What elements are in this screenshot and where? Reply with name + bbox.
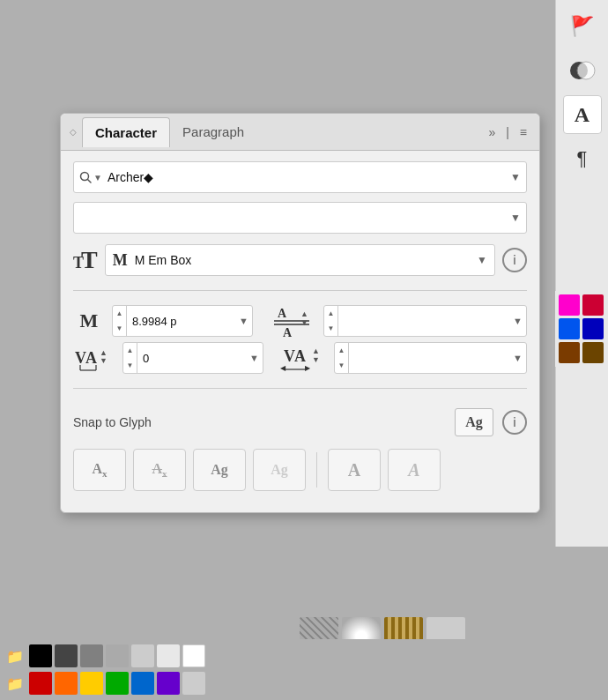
tracking-input[interactable]: ▲ ▼ ▼ <box>334 342 527 374</box>
swatch-purple[interactable] <box>157 672 180 695</box>
type-icon[interactable]: A <box>563 95 602 134</box>
swatch-yellow[interactable] <box>80 672 103 695</box>
swatch-nearwhite[interactable] <box>157 644 180 667</box>
leading-down[interactable]: ▼ <box>324 321 337 336</box>
size-ref-row: T T M M Em Box ▼ i <box>73 244 527 276</box>
swatch-red[interactable] <box>582 294 604 316</box>
search-font-icon[interactable]: ▼ <box>79 171 102 183</box>
svg-text:▼: ▼ <box>100 356 108 365</box>
tab-menu-icon[interactable]: ≡ <box>516 123 530 141</box>
svg-text:A: A <box>278 307 287 320</box>
swatch-darkgray[interactable] <box>55 644 78 667</box>
swatch-orange[interactable] <box>55 672 78 695</box>
tab-character[interactable]: Character <box>82 117 170 147</box>
swatch-row-1: 📁 <box>4 644 550 667</box>
panel-diamond-icon: ◇ <box>70 127 77 137</box>
svg-text:▼: ▼ <box>312 355 320 364</box>
color-swatches-right <box>555 291 608 367</box>
snap-glyph-info-button[interactable]: i <box>502 410 527 435</box>
svg-text:▲: ▲ <box>312 346 320 355</box>
tab-overflow-icon[interactable]: » <box>485 123 499 141</box>
leading-unit-dropdown[interactable]: ▼ <box>513 316 526 326</box>
glyph-btn-ag-2[interactable]: Ag <box>253 449 306 491</box>
swatch-white[interactable] <box>182 644 205 667</box>
font-size-row: M ▲ ▼ 8.9984 p ▼ A A <box>73 305 527 337</box>
svg-text:A: A <box>283 326 293 337</box>
swatch-blue2[interactable] <box>131 672 154 695</box>
flag-icon[interactable]: 🚩 <box>563 7 602 46</box>
font-size-label-icon: M <box>73 305 105 337</box>
svg-point-1 <box>577 62 595 79</box>
glyph-btn-a-2[interactable]: A <box>388 449 441 491</box>
swatch-lightgray[interactable] <box>131 644 154 667</box>
svg-line-3 <box>88 180 92 183</box>
glyph-btn-ax-1[interactable]: Ax <box>73 449 126 491</box>
swatch-medgray[interactable] <box>106 644 129 667</box>
tracking-spinner[interactable]: ▲ ▼ <box>335 343 349 373</box>
swatch-dark-blue[interactable] <box>582 318 604 339</box>
swatch-row-2: 📁 <box>4 672 550 695</box>
svg-text:▼: ▼ <box>300 318 308 327</box>
glyph-btn-a-1[interactable]: A <box>328 449 381 491</box>
svg-text:◀: ◀ <box>280 364 286 372</box>
swatch-red2[interactable] <box>29 672 52 695</box>
leading-up[interactable]: ▲ <box>324 306 337 321</box>
snap-to-glyph-row: Snap to Glyph Ag i <box>73 403 527 436</box>
swatch-gray2[interactable] <box>182 672 205 695</box>
leading-spinner[interactable]: ▲ ▼ <box>324 306 338 336</box>
kerning-input[interactable]: ▲ ▼ 0 ▼ <box>122 342 263 374</box>
swatch-magenta[interactable] <box>559 294 580 316</box>
size-ref-select[interactable]: M M Em Box ▼ <box>105 244 495 276</box>
kerning-label-icon: V A ▲ ▼ <box>73 342 115 374</box>
font-size-down[interactable]: ▼ <box>113 321 126 336</box>
kerning-unit-dropdown[interactable]: ▼ <box>249 353 263 363</box>
tracking-unit-dropdown[interactable]: ▼ <box>513 353 526 363</box>
font-style-dropdown-arrow[interactable]: ▼ <box>510 212 521 224</box>
font-family-row: ▼ Archer◆ ▼ <box>73 161 527 193</box>
tracking-down[interactable]: ▼ <box>335 358 348 373</box>
tracking-up[interactable]: ▲ <box>335 343 348 358</box>
leading-input[interactable]: ▲ ▼ ▼ <box>323 305 527 337</box>
folder-icon-1[interactable]: 📁 <box>4 644 26 667</box>
leading-label-icon: A A ▲ ▼ <box>267 305 316 337</box>
kerning-value: 0 <box>137 352 249 365</box>
panel-body: ▼ Archer◆ ▼ ▼ T T M M Em Box ▼ i <box>61 151 539 502</box>
font-size-input[interactable]: ▲ ▼ 8.9984 p ▼ <box>112 305 253 337</box>
font-style-row[interactable]: ▼ <box>73 202 527 234</box>
size-ref-label: M Em Box <box>135 253 477 267</box>
snap-glyph-icon[interactable]: Ag <box>455 408 493 436</box>
svg-text:A: A <box>85 349 97 367</box>
metric-rows: M ▲ ▼ 8.9984 p ▼ A A <box>73 305 527 374</box>
font-size-spinner[interactable]: ▲ ▼ <box>113 306 127 336</box>
tab-paragraph[interactable]: Paragraph <box>170 117 256 146</box>
swatch-brown[interactable] <box>559 342 580 363</box>
swatch-dark-brown[interactable] <box>582 342 604 363</box>
bottom-swatch-area: 📁 📁 <box>0 639 553 700</box>
size-ref-dropdown-arrow[interactable]: ▼ <box>477 254 487 266</box>
swatch-green[interactable] <box>106 672 129 695</box>
glyph-btn-ag-1[interactable]: Ag <box>193 449 246 491</box>
panel-tab-bar: ◇ Character Paragraph » | ≡ <box>61 114 539 151</box>
font-size-up[interactable]: ▲ <box>113 306 126 321</box>
font-size-unit-dropdown[interactable]: ▼ <box>239 316 252 326</box>
glyph-btn-ax-2[interactable]: Ax <box>133 449 186 491</box>
svg-text:A: A <box>294 347 306 365</box>
font-family-dropdown-arrow[interactable]: ▼ <box>510 171 521 183</box>
kerning-up[interactable]: ▲ <box>123 343 137 358</box>
swatch-gray[interactable] <box>80 644 103 667</box>
tracking-row: V A ▲ ▼ ▲ ▼ 0 ▼ <box>73 342 527 374</box>
btn-separator <box>316 452 317 488</box>
swatch-blue[interactable] <box>559 318 580 339</box>
size-ref-info-button[interactable]: i <box>502 248 527 272</box>
paragraph-icon[interactable]: ¶ <box>563 139 602 178</box>
divider-1 <box>73 290 527 291</box>
svg-text:▶: ▶ <box>305 364 311 372</box>
kerning-spinner[interactable]: ▲ ▼ <box>123 343 137 373</box>
folder-icon-2[interactable]: 📁 <box>4 672 26 695</box>
svg-text:▲: ▲ <box>300 309 308 318</box>
kerning-down[interactable]: ▼ <box>123 358 137 373</box>
circle-icon[interactable] <box>563 51 602 90</box>
right-tool-panel: 🚩 A ¶ <box>555 0 608 547</box>
divider-2 <box>73 388 527 389</box>
swatch-black[interactable] <box>29 644 52 667</box>
